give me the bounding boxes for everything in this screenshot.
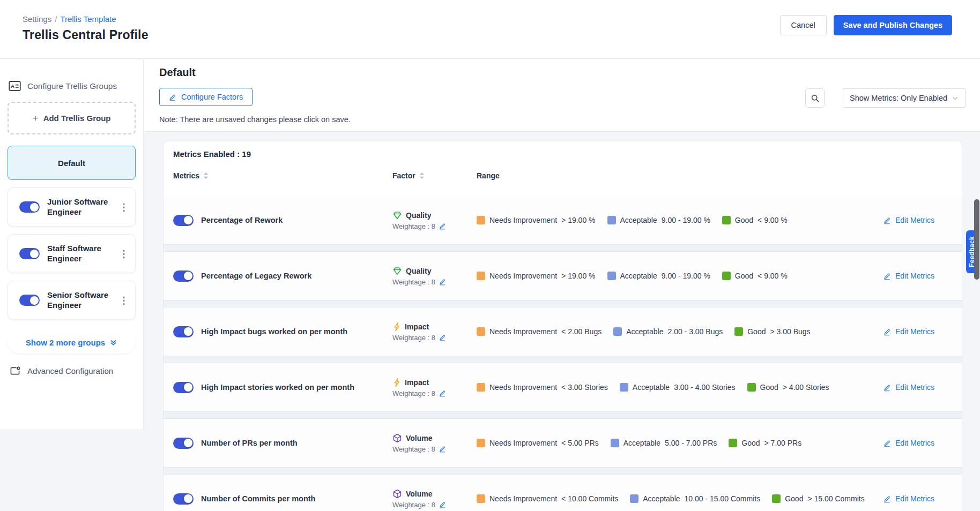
metric-cell: Percentage of Rework	[173, 215, 392, 226]
needs-improvement-label: Needs Improvement	[489, 439, 557, 447]
good-value: > 4.00 Stories	[783, 383, 829, 392]
edit-metrics-link[interactable]: Edit Metrics	[884, 494, 962, 503]
needs-improvement-value: < 5.00 PRs	[561, 439, 599, 447]
group-enabled-toggle[interactable]	[19, 248, 40, 259]
good-chip: Good > 15.00 Commits	[772, 494, 864, 503]
needs-improvement-value: < 3.00 Stories	[561, 383, 608, 392]
volume-cube-icon	[392, 433, 402, 443]
acceptable-value: 5.00 - 7.00 PRs	[665, 439, 717, 447]
edit-metrics-link[interactable]: Edit Metrics	[884, 272, 962, 280]
metric-row: Number of Commits per month	[164, 475, 962, 511]
edit-metrics-link[interactable]: Edit Metrics	[884, 439, 962, 447]
edit-weightage-icon[interactable]	[439, 501, 446, 508]
column-header-metrics[interactable]: Metrics	[173, 171, 392, 180]
filter-select-value: Show Metrics: Only Enabled	[850, 94, 947, 102]
edit-weightage-icon[interactable]	[439, 222, 446, 230]
range-cell: Needs Improvement < 2.00 Bugs Acceptable…	[477, 327, 884, 336]
metric-enabled-toggle[interactable]	[173, 326, 194, 337]
show-more-groups-button[interactable]: Show 2 more groups	[8, 331, 136, 354]
edit-metrics-link[interactable]: Edit Metrics	[884, 327, 962, 336]
metrics-rows: Percentage of Rework	[164, 196, 962, 511]
id-card-icon: A	[9, 81, 21, 91]
acceptable-label: Acceptable	[626, 327, 663, 336]
add-trellis-group-button[interactable]: + Add Trellis Group	[8, 102, 136, 134]
good-swatch	[729, 439, 737, 447]
edit-metrics-link[interactable]: Edit Metrics	[884, 383, 962, 392]
good-chip: Good > 3.00 Bugs	[734, 327, 810, 336]
breadcrumb-settings[interactable]: Settings	[23, 14, 51, 24]
sidebar: A Configure Trellis Groups + Add Trellis…	[0, 59, 144, 430]
kebab-menu-icon[interactable]: ⋮	[119, 201, 129, 213]
edit-weightage-icon[interactable]	[439, 445, 446, 453]
acceptable-swatch	[613, 327, 622, 336]
edit-weightage-icon[interactable]	[439, 334, 446, 341]
cancel-button[interactable]: Cancel	[780, 15, 827, 35]
acceptable-chip: Acceptable 10.00 - 15.00 Commits	[630, 494, 760, 503]
sidebar-group-card[interactable]: Junior Software Engineer ⋮	[8, 187, 136, 227]
group-enabled-toggle[interactable]	[19, 201, 40, 213]
weightage-value: Weightage : 8	[392, 389, 435, 397]
factor-name: Volume	[406, 490, 433, 498]
row-separator	[164, 467, 962, 475]
show-metrics-filter-select[interactable]: Show Metrics: Only Enabled	[843, 88, 966, 108]
needs-improvement-value: < 10.00 Commits	[561, 494, 618, 503]
good-value: < 9.00 %	[758, 272, 788, 280]
range-column-label: Range	[477, 171, 500, 180]
kebab-menu-icon[interactable]: ⋮	[119, 248, 129, 260]
edit-metrics-icon	[884, 272, 891, 280]
needs-improvement-swatch	[477, 494, 485, 503]
advanced-configuration-label: Advanced Configuration	[27, 366, 113, 375]
kebab-menu-icon[interactable]: ⋮	[119, 295, 129, 306]
metric-enabled-toggle[interactable]	[173, 382, 194, 393]
vertical-scrollbar-thumb[interactable]	[974, 199, 979, 280]
needs-improvement-chip: Needs Improvement > 19.00 %	[477, 216, 596, 224]
needs-improvement-swatch	[477, 272, 485, 280]
needs-improvement-value: > 19.00 %	[561, 216, 595, 224]
edit-weightage-icon[interactable]	[439, 278, 446, 285]
row-separator	[164, 300, 962, 307]
acceptable-label: Acceptable	[643, 494, 680, 503]
metric-cell: Percentage of Legacy Rework	[173, 270, 392, 282]
range-cell: Needs Improvement < 5.00 PRs Acceptable …	[477, 439, 884, 447]
search-icon	[811, 94, 820, 103]
factor-cell: Quality Weightage : 8	[392, 266, 477, 286]
configure-factors-button[interactable]: Configure Factors	[159, 88, 253, 106]
metric-name: Percentage of Legacy Rework	[201, 272, 311, 280]
range-cell: Needs Improvement < 3.00 Stories Accepta…	[477, 383, 884, 392]
edit-metrics-icon	[884, 495, 891, 503]
column-header-factor[interactable]: Factor	[392, 171, 477, 180]
acceptable-value: 2.00 - 3.00 Bugs	[667, 327, 723, 336]
save-and-publish-button[interactable]: Save and Publish Changes	[834, 15, 952, 35]
sort-icon[interactable]	[203, 172, 209, 179]
metric-enabled-toggle[interactable]	[173, 493, 194, 505]
group-heading: Default	[159, 66, 196, 79]
advanced-configuration-link[interactable]: Advanced Configuration	[8, 366, 136, 376]
sort-icon[interactable]	[419, 172, 425, 179]
group-enabled-toggle[interactable]	[19, 295, 40, 306]
acceptable-label: Acceptable	[623, 439, 660, 447]
search-button[interactable]	[805, 88, 825, 108]
row-separator	[164, 411, 962, 419]
metric-row: Number of PRs per month	[164, 419, 962, 467]
needs-improvement-value: < 2.00 Bugs	[561, 327, 602, 336]
needs-improvement-chip: Needs Improvement < 10.00 Commits	[477, 494, 618, 503]
metric-enabled-toggle[interactable]	[173, 438, 194, 449]
metric-enabled-toggle[interactable]	[173, 215, 194, 226]
sidebar-group-card[interactable]: Staff Software Engineer ⋮	[8, 234, 136, 273]
group-name: Senior Software Engineer	[47, 290, 112, 311]
metric-enabled-toggle[interactable]	[173, 270, 194, 282]
sidebar-item-default[interactable]: Default	[8, 146, 136, 180]
needs-improvement-label: Needs Improvement	[489, 272, 557, 280]
acceptable-chip: Acceptable 9.00 - 19.00 %	[607, 216, 710, 224]
needs-improvement-swatch	[477, 383, 485, 392]
acceptable-chip: Acceptable 2.00 - 3.00 Bugs	[613, 327, 723, 336]
acceptable-label: Acceptable	[633, 383, 670, 392]
good-label: Good	[741, 439, 760, 447]
edit-metrics-link[interactable]: Edit Metrics	[884, 216, 962, 224]
edit-weightage-icon[interactable]	[439, 389, 446, 397]
sidebar-group-card[interactable]: Senior Software Engineer ⋮	[8, 281, 136, 320]
add-trellis-group-label: Add Trellis Group	[43, 114, 111, 123]
breadcrumb-current[interactable]: Trellis Template	[60, 14, 116, 24]
needs-improvement-value: > 19.00 %	[561, 272, 595, 280]
good-chip: Good < 9.00 %	[722, 272, 788, 280]
